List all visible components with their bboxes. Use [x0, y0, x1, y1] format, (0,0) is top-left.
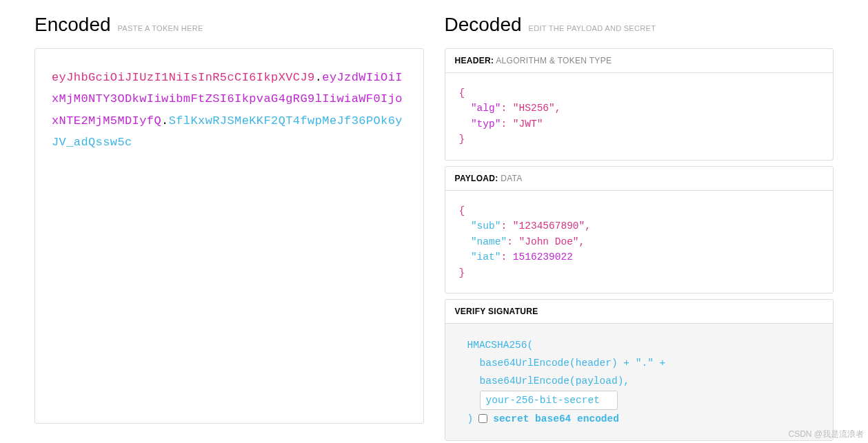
secret-base64-checkbox[interactable] [478, 414, 487, 423]
header-json-body[interactable]: { "alg": "HS256", "typ": "JWT" } [445, 73, 834, 160]
encoded-token-textarea[interactable]: eyJhbGciOiJIUzI1NiIsInR5cCI6IkpXVCJ9.eyJ… [34, 48, 424, 424]
encoded-subtitle: PASTE A TOKEN HERE [118, 24, 203, 32]
decoded-column: Decoded EDIT THE PAYLOAD AND SECRET HEAD… [445, 14, 834, 443]
payload-section-label: PAYLOAD: [455, 174, 498, 183]
secret-input[interactable] [480, 391, 618, 410]
payload-section: PAYLOAD: DATA { "sub": "1234567890", "na… [445, 166, 834, 293]
signature-line-3: base64UrlEncode(payload), [459, 372, 820, 390]
signature-section-title: VERIFY SIGNATURE [445, 300, 834, 324]
signature-close-paren: ) [467, 410, 474, 428]
header-section-title: HEADER: ALGORITHM & TOKEN TYPE [445, 49, 834, 73]
header-section-sublabel: ALGORITHM & TOKEN TYPE [496, 56, 612, 65]
payload-section-title: PAYLOAD: DATA [445, 167, 834, 191]
token-dot: . [161, 114, 169, 127]
signature-section-label: VERIFY SIGNATURE [455, 307, 538, 316]
signature-body: HMACSHA256( base64UrlEncode(header) + ".… [445, 324, 834, 440]
header-section-label: HEADER: [455, 56, 494, 65]
signature-section: VERIFY SIGNATURE HMACSHA256( base64UrlEn… [445, 299, 834, 440]
decoded-title: Decoded [445, 14, 522, 36]
signature-line-1: HMACSHA256( [459, 336, 820, 354]
encoded-column: Encoded PASTE A TOKEN HERE eyJhbGciOiJIU… [34, 14, 424, 443]
watermark: CSDN @我是流浪者 [788, 429, 864, 440]
secret-base64-label: secret base64 encoded [493, 410, 619, 428]
token-header-part: eyJhbGciOiJIUzI1NiIsInR5cCI6IkpXVCJ9 [52, 71, 315, 84]
header-section: HEADER: ALGORITHM & TOKEN TYPE { "alg": … [445, 48, 834, 161]
payload-json-body[interactable]: { "sub": "1234567890", "name": "John Doe… [445, 191, 834, 293]
decoded-subtitle: EDIT THE PAYLOAD AND SECRET [529, 24, 656, 32]
token-dot: . [315, 71, 323, 84]
encoded-title: Encoded [34, 14, 111, 36]
payload-section-sublabel: DATA [501, 174, 522, 183]
signature-line-2: base64UrlEncode(header) + "." + [459, 354, 820, 372]
